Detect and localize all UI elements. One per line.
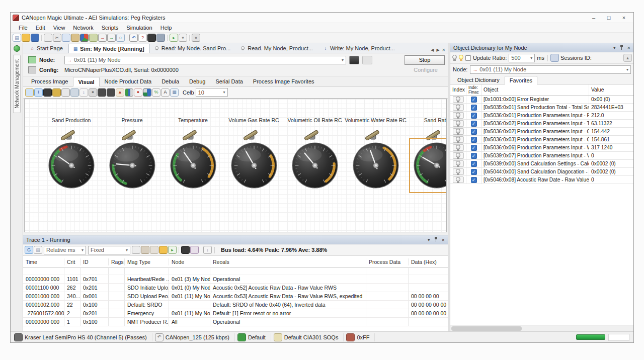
trace-row[interactable]: 00000000 00011010x701Heartbeat/Rede ...0…: [23, 275, 448, 284]
pen-icon[interactable]: [182, 246, 189, 253]
node-combo[interactable]: → 0x01 (11) My Node ▾: [64, 56, 346, 64]
import-file-icon[interactable]: ▾: [179, 34, 187, 41]
copy-icon[interactable]: [62, 34, 70, 41]
od-row[interactable]: ✓[0x5036:0x06] Production Parameters Inp…: [450, 144, 633, 152]
sessions-icon[interactable]: [157, 34, 165, 41]
gauge-dial[interactable]: [352, 141, 400, 190]
battery-icon[interactable]: [238, 334, 246, 341]
select-all-checkbox[interactable]: [465, 55, 471, 61]
pin-icon[interactable]: [434, 237, 438, 242]
doc-tab[interactable]: ⌂Start Page: [25, 43, 68, 53]
bulb-button[interactable]: [453, 168, 464, 175]
doc-tab[interactable]: Read. My Node, Product...: [236, 43, 318, 53]
write-bulb-icon[interactable]: [459, 55, 463, 61]
trace-row[interactable]: 00001000 000340...0x001SDO Upload Peo...…: [23, 292, 448, 301]
gauge-dial[interactable]: [230, 141, 278, 190]
menu-item-network[interactable]: Network: [69, 24, 97, 32]
undo-icon[interactable]: ↶: [130, 34, 137, 41]
view-tab-debula[interactable]: Debula: [156, 76, 184, 86]
checkbox-checked[interactable]: ✓: [471, 137, 477, 143]
menu-item-view[interactable]: View: [49, 24, 69, 32]
knob-widget-icon[interactable]: ●: [89, 89, 97, 96]
trace-row[interactable]: 00001100 0002620x201SDO Initiate Uplo...…: [23, 284, 448, 292]
checkbox-checked[interactable]: ✓: [471, 145, 477, 151]
checkbox-checked[interactable]: ✓: [471, 97, 477, 103]
gauge-dial-wrap[interactable]: [108, 141, 156, 190]
time-format-combo[interactable]: Relative ms ▾: [44, 246, 86, 254]
view-tab-debug[interactable]: Debug: [184, 76, 210, 86]
info-icon[interactable]: i: [35, 89, 42, 96]
read-bulb-icon[interactable]: [452, 55, 457, 61]
pie-display-icon[interactable]: [143, 89, 151, 96]
gauge-dial[interactable]: [291, 141, 339, 190]
od-row[interactable]: ✓[0x5036:0x03] Production Parameters Inp…: [450, 136, 633, 144]
configure-button[interactable]: Configure: [414, 67, 445, 73]
new-trace-icon[interactable]: ▤: [34, 246, 42, 253]
checkbox-checked[interactable]: ✓: [471, 153, 477, 159]
od-row[interactable]: ✓[0x5035:0x01] Sand Production Total - T…: [450, 104, 633, 112]
doc-tab[interactable]: ▦Sim: My Node [Running]: [68, 44, 150, 53]
panel-widget-icon[interactable]: [98, 89, 106, 96]
maximize-button[interactable]: □: [601, 13, 616, 23]
tab-nav-close-icon[interactable]: ×: [442, 47, 445, 53]
snapshot-button[interactable]: [349, 56, 359, 64]
bulb-button[interactable]: [453, 112, 464, 119]
connect-icon[interactable]: →: [99, 34, 106, 41]
scatter-icon[interactable]: %: [152, 89, 160, 96]
gauge-dial-wrap[interactable]: [169, 141, 217, 190]
statistics-pie-icon[interactable]: [80, 34, 88, 41]
bulb-button[interactable]: [453, 96, 464, 103]
tank-widget-icon[interactable]: [71, 89, 78, 96]
record-button[interactable]: [362, 56, 372, 64]
display-widget-icon[interactable]: [107, 89, 115, 96]
autoscroll-icon[interactable]: G: [25, 246, 33, 253]
gauge-canvas[interactable]: Sand ProductionPressureTemperatureVolume…: [24, 99, 447, 232]
od-row[interactable]: ✓[0x1001:0x00] Error Register0x00 (0): [450, 96, 633, 104]
bulb-button[interactable]: [453, 144, 464, 151]
gauge-dial[interactable]: [108, 141, 156, 190]
trace-row[interactable]: 00001002.000220x100Default: SRDODefault:…: [23, 301, 448, 309]
view-tab-serial-data[interactable]: Serial Data: [210, 76, 248, 86]
od-row[interactable]: ✓[0x5044:0x00] Sand Calculation Diagocat…: [450, 168, 633, 176]
disconnect-icon[interactable]: →: [108, 34, 115, 41]
menu-item-file[interactable]: File: [15, 24, 32, 32]
panel-menu-icon[interactable]: ▾: [613, 45, 616, 50]
gauge-dial-wrap[interactable]: [413, 141, 447, 190]
stop-button[interactable]: Stop: [405, 55, 445, 65]
close-button[interactable]: ×: [616, 13, 631, 23]
help-icon[interactable]: ?: [139, 34, 146, 41]
link-off-icon[interactable]: [150, 246, 158, 253]
plug-icon[interactable]: [347, 334, 354, 341]
slider-widget-icon[interactable]: [62, 89, 69, 96]
monitor-icon[interactable]: [148, 34, 155, 41]
menu-item-scripts[interactable]: Scripts: [98, 24, 123, 32]
od-tab-object-dictionary[interactable]: Object Dictionary: [452, 75, 505, 84]
bulb-button[interactable]: [453, 152, 464, 159]
save-session-icon[interactable]: [551, 54, 558, 61]
menu-item-simulation[interactable]: Simulation: [122, 24, 156, 32]
frame-icon[interactable]: [44, 89, 51, 96]
od-row[interactable]: ✓[0x5039:0x00] Sand Calculation Settings…: [450, 160, 633, 168]
scroll-up-icon[interactable]: ▴: [624, 54, 631, 61]
resize-grip[interactable]: [608, 334, 629, 341]
od-row[interactable]: ✓[0x5036:0x02] Production Parameters Inp…: [450, 120, 633, 128]
protocol-icon[interactable]: ↶: [155, 334, 163, 341]
trace-row[interactable]: 00000000 00010x100NMT Producer R...AllOp…: [23, 318, 448, 326]
od-row[interactable]: ✓[0x5046:0x08] Acoustic Raw Date - Raw V…: [450, 176, 633, 184]
link-icon[interactable]: [141, 246, 149, 253]
checkbox-checked[interactable]: ✓: [471, 121, 477, 127]
report-icon[interactable]: [90, 34, 97, 41]
cells-combo[interactable]: 10 ▾: [196, 88, 228, 97]
bulb-button[interactable]: [453, 160, 464, 167]
trace-row[interactable]: [23, 268, 448, 275]
checkbox-checked[interactable]: ✓: [471, 177, 477, 183]
paste-icon[interactable]: [71, 34, 79, 41]
scan-network-icon[interactable]: ○: [117, 34, 124, 41]
save-trace-icon[interactable]: [132, 246, 140, 253]
od-row[interactable]: ✓[0x5039:0x07] Production Parameters Inp…: [450, 152, 633, 160]
doc-tab[interactable]: ↓Write: My Node, Product...: [318, 43, 400, 53]
bar-display-icon[interactable]: [125, 89, 133, 96]
new-file-icon[interactable]: ▤: [13, 34, 21, 41]
checkbox-checked[interactable]: ✓: [471, 129, 477, 135]
export-log-icon[interactable]: ▸: [169, 246, 176, 253]
